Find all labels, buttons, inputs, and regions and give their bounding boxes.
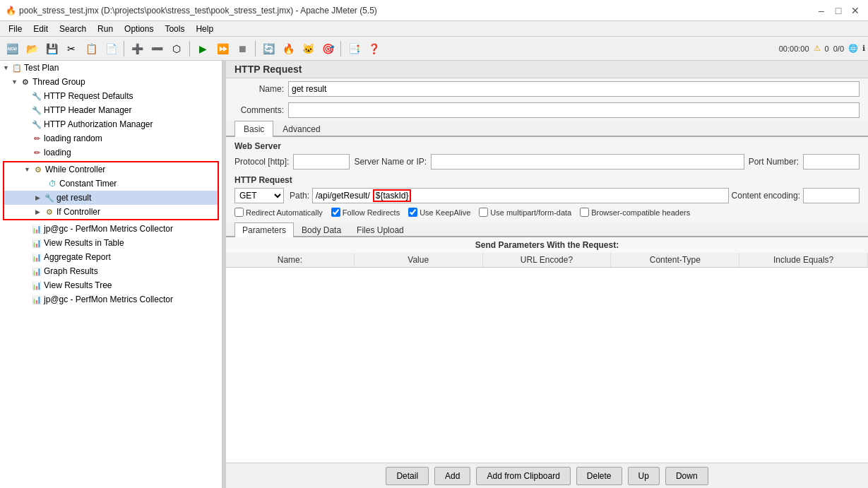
cb-browser-compatible[interactable]: Browser-compatible headers <box>580 208 690 217</box>
cb-redirect-auto[interactable]: Redirect Automatically <box>234 208 323 217</box>
cb-keepalive-input[interactable] <box>408 208 417 217</box>
toolbar-btn6[interactable]: ❓ <box>364 40 383 58</box>
left-panel: ▼ 📋 Test Plan ▼ ⚙ Thread Group ▶ 🔧 HTTP … <box>0 61 222 488</box>
sub-tab-files-upload[interactable]: Files Upload <box>349 222 412 237</box>
info-icon[interactable]: ℹ <box>862 44 865 53</box>
arrow-if-controller[interactable]: ▶ <box>35 208 44 215</box>
sub-tab-body-data[interactable]: Body Data <box>294 222 349 237</box>
menu-options[interactable]: Options <box>119 23 159 35</box>
label-get-result: get result <box>57 193 91 203</box>
label-aggregate-report: Aggregate Report <box>44 252 111 262</box>
main-layout: ▼ 📋 Test Plan ▼ ⚙ Thread Group ▶ 🔧 HTTP … <box>0 61 868 488</box>
cb-follow-redirects-label: Follow Redirects <box>343 208 400 217</box>
tree-item-http-defaults[interactable]: ▶ 🔧 HTTP Request Defaults <box>0 89 222 103</box>
toolbar-btn4[interactable]: 🎯 <box>319 40 337 58</box>
menu-tools[interactable]: Tools <box>159 23 190 35</box>
cb-follow-redirects[interactable]: Follow Redirects <box>331 208 400 217</box>
toolbar-btn2[interactable]: 🔥 <box>279 40 297 58</box>
tree-item-if-controller[interactable]: ▶ ⚙ If Controller <box>4 205 218 219</box>
toolbar-stop[interactable]: ⏹ <box>233 40 251 58</box>
tree-item-loading-random[interactable]: ▶ ✏ loading random <box>0 131 222 145</box>
close-button[interactable]: ✕ <box>848 4 862 18</box>
content-enc-input[interactable] <box>803 188 860 203</box>
toolbar-paste[interactable]: 📄 <box>102 40 120 58</box>
web-server-section-label: Web Server <box>226 137 868 153</box>
tab-basic[interactable]: Basic <box>234 121 273 137</box>
tree-item-test-plan[interactable]: ▼ 📋 Test Plan <box>0 61 222 75</box>
tree-item-view-results-tree[interactable]: ▶ 📊 View Results Tree <box>0 278 222 292</box>
toolbar-start[interactable]: ▶ <box>194 40 212 58</box>
tree-item-loading[interactable]: ▶ ✏ loading <box>0 145 222 160</box>
port-input[interactable] <box>803 154 860 169</box>
comments-input[interactable] <box>288 102 860 118</box>
toolbar-open[interactable]: 📂 <box>23 40 41 58</box>
name-input[interactable] <box>288 81 860 97</box>
window-controls: – □ ✕ <box>814 4 862 18</box>
arrow-get-result[interactable]: ▶ <box>35 194 44 201</box>
tree-item-perfmon1[interactable]: ▶ 📊 jp@gc - PerfMon Metrics Collector <box>0 222 222 236</box>
toolbar-add[interactable]: ➕ <box>128 40 146 58</box>
add-from-clipboard-button[interactable]: Add from Clipboard <box>476 467 570 485</box>
cb-multipart-input[interactable] <box>479 208 488 217</box>
tab-advanced[interactable]: Advanced <box>273 121 329 137</box>
toolbar-remove[interactable]: ➖ <box>148 40 166 58</box>
menu-edit[interactable]: Edit <box>28 23 54 35</box>
tree-item-http-header[interactable]: ▶ 🔧 HTTP Header Manager <box>0 103 222 117</box>
toolbar-new[interactable]: 🆕 <box>3 40 21 58</box>
sub-tab-parameters[interactable]: Parameters <box>234 222 294 237</box>
icon-http-defaults: 🔧 <box>31 90 42 102</box>
toolbar-btn1[interactable]: 🔄 <box>259 40 278 58</box>
toolbar-duplicate[interactable]: ⬡ <box>167 40 186 58</box>
cb-redirect-auto-input[interactable] <box>234 208 244 217</box>
menu-run[interactable]: Run <box>92 23 119 35</box>
toolbar-start-no-pause[interactable]: ⏩ <box>213 40 232 58</box>
path-highlight: ${taskId} <box>373 189 412 202</box>
tree-item-thread-group[interactable]: ▼ ⚙ Thread Group <box>0 75 222 89</box>
menu-help[interactable]: Help <box>190 23 219 35</box>
maximize-button[interactable]: □ <box>831 4 845 18</box>
toolbar-copy[interactable]: 📋 <box>82 40 100 58</box>
toolbar-sep3 <box>255 41 256 56</box>
tree-item-graph-results[interactable]: ▶ 📊 Graph Results <box>0 264 222 278</box>
icon-constant-timer: ⏱ <box>47 178 58 189</box>
toolbar-btn3[interactable]: 🐱 <box>299 40 317 58</box>
cb-keepalive-label: Use KeepAlive <box>420 208 470 217</box>
tree-item-perfmon2[interactable]: ▶ 📊 jp@gc - PerfMon Metrics Collector <box>0 292 222 307</box>
label-constant-timer: Constant Timer <box>59 179 117 189</box>
cb-follow-redirects-input[interactable] <box>331 208 340 217</box>
cb-keepalive[interactable]: Use KeepAlive <box>408 208 470 217</box>
icon-aggregate-report: 📊 <box>31 251 42 263</box>
arrow-while-controller[interactable]: ▼ <box>24 166 32 173</box>
tree-item-aggregate-report[interactable]: ▶ 📊 Aggregate Report <box>0 250 222 264</box>
tree-item-while-controller[interactable]: ▼ ⚙ While Controller <box>4 162 218 177</box>
tree-item-view-results-table[interactable]: ▶ 📊 View Results in Table <box>0 236 222 250</box>
sub-tabs-bar: Parameters Body Data Files Upload <box>226 222 868 237</box>
toolbar-btn5[interactable]: 📑 <box>345 40 363 58</box>
remote-icon[interactable]: 🌐 <box>848 44 858 53</box>
icon-graph-results: 📊 <box>31 266 42 277</box>
menu-search[interactable]: Search <box>54 23 92 35</box>
label-perfmon1: jp@gc - PerfMon Metrics Collector <box>44 224 173 234</box>
tree-item-constant-timer[interactable]: ▶ ⏱ Constant Timer <box>4 177 218 191</box>
icon-perfmon2: 📊 <box>31 294 42 305</box>
arrow-test-plan[interactable]: ▼ <box>3 64 11 71</box>
tree-item-get-result[interactable]: ▶ 🔧 get result <box>4 191 218 205</box>
arrow-thread-group[interactable]: ▼ <box>11 78 20 85</box>
path-label: Path: <box>290 191 309 201</box>
tree-item-http-auth[interactable]: ▶ 🔧 HTTP Authorization Manager <box>0 117 222 131</box>
toolbar-save[interactable]: 💾 <box>42 40 61 58</box>
label-view-results-tree: View Results Tree <box>44 280 112 290</box>
delete-button[interactable]: Delete <box>576 467 622 485</box>
method-select[interactable]: GET POST PUT DELETE <box>234 188 284 203</box>
toolbar-cut[interactable]: ✂ <box>62 40 81 58</box>
cb-browser-compatible-input[interactable] <box>580 208 589 217</box>
menu-file[interactable]: File <box>3 23 28 35</box>
add-button[interactable]: Add <box>434 467 470 485</box>
protocol-input[interactable] <box>293 154 350 169</box>
down-button[interactable]: Down <box>665 467 708 485</box>
minimize-button[interactable]: – <box>814 4 828 18</box>
server-input[interactable] <box>431 154 744 169</box>
cb-multipart[interactable]: Use multipart/form-data <box>479 208 571 217</box>
detail-button[interactable]: Detail <box>386 467 429 485</box>
up-button[interactable]: Up <box>628 467 660 485</box>
